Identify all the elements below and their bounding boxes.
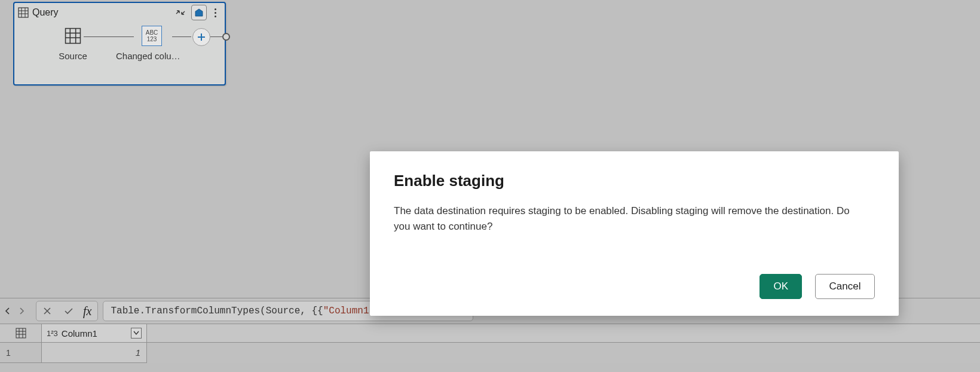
column-type-badge: 1²3 [47, 329, 58, 338]
data-grid-row: 1 1 [0, 343, 980, 363]
step-back-icon[interactable] [2, 301, 16, 321]
column-name: Column1 [62, 328, 97, 339]
step-connector [210, 36, 222, 37]
step-connector [172, 36, 191, 37]
commit-formula-icon[interactable] [58, 301, 79, 321]
grid-corner[interactable] [0, 324, 42, 342]
cancel-formula-icon[interactable] [36, 301, 58, 321]
more-options-icon[interactable] [209, 5, 221, 20]
table-icon [18, 7, 29, 18]
svg-rect-5 [66, 29, 81, 44]
destination-icon[interactable] [191, 5, 207, 20]
dialog-body: The data destination requires staging to… [394, 203, 854, 235]
svg-rect-14 [16, 328, 26, 338]
output-port-icon[interactable] [222, 33, 230, 41]
fx-label: fx [79, 304, 97, 318]
formula-text-prefix: Table.TransformColumnTypes(Source, {{ [111, 306, 323, 316]
step-changed-label: Changed column... [116, 51, 188, 61]
table-icon [63, 26, 83, 46]
query-card-title: Query [32, 7, 59, 18]
add-step-button[interactable] [192, 28, 210, 46]
enable-staging-dialog: Enable staging The data destination requ… [370, 151, 899, 316]
grid-cell[interactable]: 1 [42, 343, 147, 363]
data-grid-header: 1²3 Column1 [0, 324, 980, 343]
svg-rect-0 [19, 8, 28, 17]
ok-button[interactable]: OK [760, 274, 802, 299]
query-card-header: Query [14, 3, 225, 22]
query-steps-area: Source ABC 123 Changed column... [14, 22, 225, 82]
column-header-column1[interactable]: 1²3 Column1 [42, 324, 147, 342]
formula-controls: fx [36, 301, 98, 321]
row-number[interactable]: 1 [0, 343, 42, 363]
collapse-icon[interactable] [172, 5, 189, 20]
step-changed-column-type[interactable]: ABC 123 Changed column... [116, 26, 188, 61]
column-dropdown-icon[interactable] [131, 328, 142, 339]
step-source-label: Source [37, 51, 109, 61]
step-forward-icon[interactable] [16, 301, 29, 321]
type-abc123-icon: ABC 123 [142, 26, 162, 46]
dialog-actions: OK Cancel [394, 274, 875, 299]
dialog-title: Enable staging [394, 172, 875, 190]
query-node-card[interactable]: Query Source ABC 123 Changed [13, 2, 226, 86]
cancel-button[interactable]: Cancel [815, 274, 875, 299]
step-source[interactable]: Source [37, 26, 109, 61]
